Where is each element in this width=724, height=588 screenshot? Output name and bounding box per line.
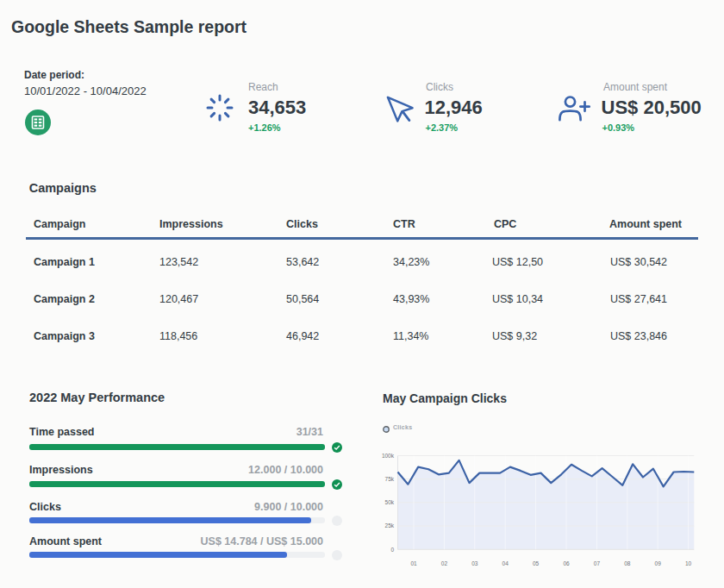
svg-text:75k: 75k xyxy=(385,476,395,482)
svg-text:05: 05 xyxy=(533,560,540,566)
svg-text:02: 02 xyxy=(441,560,448,566)
svg-text:09: 09 xyxy=(655,560,662,566)
svg-text:04: 04 xyxy=(502,560,509,566)
svg-text:08: 08 xyxy=(624,560,631,566)
svg-text:100k: 100k xyxy=(382,453,395,459)
svg-text:25k: 25k xyxy=(385,522,395,529)
svg-text:06: 06 xyxy=(563,560,570,566)
svg-text:03: 03 xyxy=(471,560,478,566)
svg-text:50k: 50k xyxy=(385,499,395,505)
svg-text:10: 10 xyxy=(685,560,692,566)
svg-text:0: 0 xyxy=(390,547,394,553)
svg-text:07: 07 xyxy=(594,560,601,566)
svg-text:01: 01 xyxy=(410,560,417,566)
